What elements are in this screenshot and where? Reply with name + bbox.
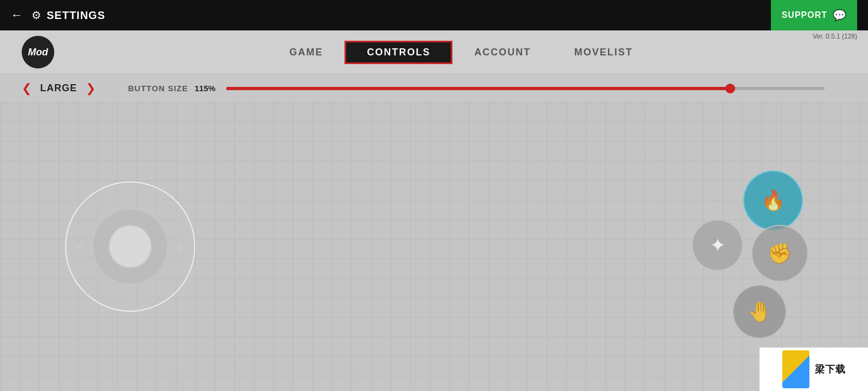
subheader: Ver. 0.5.1 (128) Mod GAME CONTROLS ACCOU… — [0, 30, 868, 74]
watermark: 梁下载 — [760, 348, 868, 391]
tab-movelist[interactable]: MOVELIST — [552, 41, 654, 64]
controls-bar: ❮ LARGE ❯ BUTTON SIZE 115% — [0, 74, 868, 102]
dpad-right-arrow: ▶ — [176, 239, 186, 254]
sweep-button[interactable]: 🤚 — [732, 285, 787, 339]
tab-game[interactable]: GAME — [267, 41, 344, 64]
header-bar: ← ⚙ SETTINGS SUPPORT 💬 — [0, 0, 868, 30]
support-icon: 💬 — [833, 9, 846, 22]
shuriken-icon: ✦ — [710, 234, 726, 257]
button-size-value: 115% — [195, 84, 215, 93]
slider-fill — [226, 87, 735, 90]
sweep-icon: 🤚 — [748, 300, 772, 323]
next-layout-button[interactable]: ❯ — [86, 81, 95, 96]
flame-icon: 🔥 — [761, 189, 786, 212]
dpad-down-arrow: ▼ — [124, 288, 136, 302]
settings-title: SETTINGS — [47, 9, 105, 22]
shuriken-button[interactable]: ✦ — [692, 219, 743, 271]
back-button[interactable]: ← — [11, 8, 23, 22]
dpad-left-arrow: ◀ — [75, 239, 84, 254]
watermark-text: 梁下载 — [815, 363, 846, 376]
layout-label: LARGE — [40, 83, 77, 94]
button-size-slider[interactable] — [226, 87, 825, 90]
prev-layout-button[interactable]: ❮ — [22, 81, 31, 96]
support-label: SUPPORT — [782, 10, 827, 20]
support-button[interactable]: SUPPORT 💬 — [771, 0, 857, 30]
watermark-text-col: 梁下载 — [815, 363, 846, 376]
flame-button[interactable]: 🔥 — [743, 171, 803, 230]
tabs-area: GAME CONTROLS ACCOUNT MOVELIST — [76, 41, 846, 64]
button-size-label: BUTTON SIZE — [128, 84, 188, 93]
watermark-logo — [782, 350, 809, 388]
tab-controls[interactable]: CONTROLS — [344, 41, 452, 64]
fist-icon: ✊ — [768, 242, 792, 265]
dpad-joystick[interactable]: ▲ ▼ ◀ ▶ — [65, 181, 195, 312]
gear-icon: ⚙ — [31, 9, 41, 22]
logo: Mod — [22, 36, 54, 68]
tab-account[interactable]: ACCOUNT — [452, 41, 552, 64]
dpad-center — [108, 225, 152, 268]
version-label: Ver. 0.5.1 (128) — [813, 33, 857, 40]
slider-thumb[interactable] — [725, 84, 735, 93]
play-area: ▲ ▼ ◀ ▶ 🔥 ✦ ✊ 🤚 梁下载 — [0, 102, 868, 391]
dpad-up-arrow: ▲ — [124, 191, 136, 205]
fist-button[interactable]: ✊ — [751, 225, 808, 282]
